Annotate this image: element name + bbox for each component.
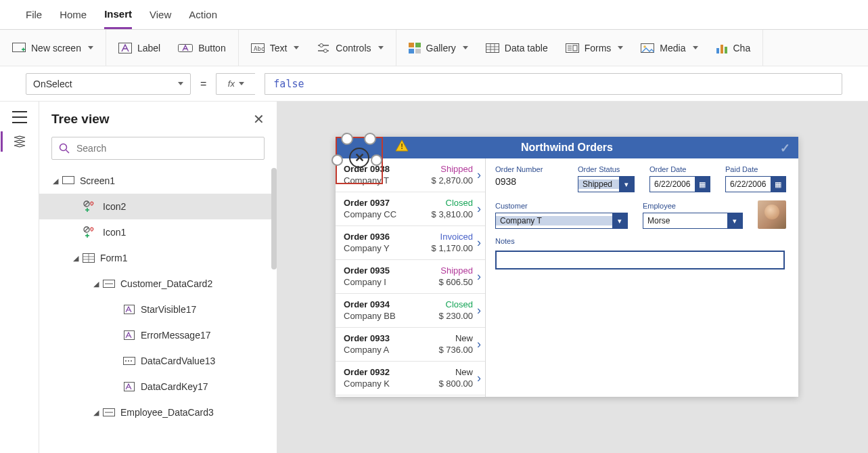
design-canvas[interactable]: Northwind Orders ✓ Order 0938ShippedComp… <box>277 102 868 453</box>
chevron-right-icon: › <box>477 371 481 385</box>
calendar-icon: ▦ <box>771 177 785 192</box>
order-row[interactable]: Order 0938ShippedCompany T$ 2,870.00› <box>336 158 485 192</box>
svg-rect-16 <box>716 48 719 53</box>
menu-action[interactable]: Action <box>189 0 217 29</box>
formula-input[interactable]: false <box>265 73 842 95</box>
tree-node-errormessage[interactable]: ErrorMessage17 <box>39 322 277 348</box>
order-number: Order 0937 <box>344 198 390 209</box>
svg-point-29 <box>128 360 129 362</box>
menu-file[interactable]: File <box>26 0 42 29</box>
employee-avatar <box>758 200 786 229</box>
chevron-right-icon: › <box>477 269 481 284</box>
label-customer: Customer <box>495 202 628 210</box>
paid-date-picker[interactable]: 6/22/2006▦ <box>725 176 786 192</box>
chevron-down-icon <box>294 46 299 49</box>
label-icon <box>118 43 132 53</box>
order-status-dropdown[interactable]: Shipped▾ <box>578 176 635 192</box>
label-paid-date: Paid Date <box>725 165 786 173</box>
order-date-picker[interactable]: 6/22/2006▦ <box>649 176 710 192</box>
close-icon[interactable]: ✕ <box>253 111 265 127</box>
svg-point-5 <box>320 43 323 47</box>
charts-button[interactable]: Cha <box>716 43 751 53</box>
tree-node-employee-card[interactable]: ◢ Employee_DataCard3 <box>39 400 277 425</box>
order-company: Company K <box>344 379 390 389</box>
menu-home[interactable]: Home <box>60 0 87 29</box>
fx-button[interactable]: fx <box>216 73 255 95</box>
customer-dropdown[interactable]: Company T▾ <box>495 213 628 229</box>
svg-text:Abc: Abc <box>254 45 265 52</box>
employee-dropdown[interactable]: Morse▾ <box>643 213 743 229</box>
order-number: Order 0932 <box>344 367 390 378</box>
calendar-icon: ▦ <box>695 177 710 192</box>
label-order-date: Order Date <box>649 165 710 173</box>
menu-view[interactable]: View <box>150 0 171 29</box>
order-row[interactable]: Order 0932NewCompany K$ 800.00› <box>336 362 485 395</box>
warning-icon: ! <box>395 139 409 152</box>
equals-sign: = <box>200 78 206 90</box>
order-row[interactable]: Order 0934ClosedCompany BB$ 230.00› <box>336 294 485 328</box>
order-company: Company BB <box>344 311 396 322</box>
tree-node-datacardvalue[interactable]: DataCardValue13 <box>39 348 277 374</box>
scrollbar[interactable] <box>271 168 277 269</box>
charts-icon <box>716 43 728 53</box>
chevron-down-icon <box>178 82 183 85</box>
chevron-right-icon: › <box>477 303 481 318</box>
search-input[interactable] <box>75 142 257 154</box>
button-button[interactable]: Button <box>178 43 225 53</box>
cancel-add-icon <box>83 226 97 238</box>
checkmark-icon[interactable]: ✓ <box>780 141 790 156</box>
tree-label: Customer_DataCard2 <box>120 278 212 289</box>
tree-node-screen1[interactable]: ◢ Screen1 <box>39 168 277 194</box>
chevron-down-icon <box>463 46 468 49</box>
tree-search[interactable] <box>51 137 265 160</box>
label-button[interactable]: Label <box>118 43 160 53</box>
order-status: Closed <box>446 198 473 209</box>
gallery-button[interactable]: Gallery <box>409 43 468 53</box>
property-selector[interactable]: OnSelect <box>26 73 191 95</box>
order-amount: $ 736.00 <box>438 345 473 355</box>
notes-input[interactable] <box>495 251 785 269</box>
new-screen-button[interactable]: New screen <box>12 43 93 53</box>
hamburger-icon[interactable] <box>12 111 27 123</box>
value-order-number: 0938 <box>495 176 563 187</box>
controls-button[interactable]: Controls <box>317 43 383 53</box>
chevron-right-icon: › <box>477 202 481 216</box>
order-amount: $ 606.50 <box>438 277 473 288</box>
order-detail-form: Order Number 0938 Order Status Shipped▾ … <box>486 158 798 397</box>
tree-node-icon2[interactable]: Icon2 <box>39 194 277 219</box>
orders-gallery[interactable]: Order 0938ShippedCompany T$ 2,870.00›Ord… <box>336 158 486 397</box>
order-company: Company I <box>344 277 386 288</box>
tree-node-starvisible[interactable]: StarVisible17 <box>39 297 277 322</box>
media-button[interactable]: Media <box>641 43 698 53</box>
order-row[interactable]: Order 0935ShippedCompany I$ 606.50› <box>336 260 485 294</box>
chevron-right-icon: › <box>477 337 481 351</box>
tree-node-icon1[interactable]: Icon1 <box>39 219 277 245</box>
order-number: Order 0936 <box>344 232 390 242</box>
tree-view-icon[interactable] <box>13 135 26 151</box>
order-row[interactable]: Order 0937ClosedCompany CC$ 3,810.00› <box>336 192 485 226</box>
order-amount: $ 800.00 <box>438 379 473 389</box>
gallery-label: Gallery <box>426 43 456 53</box>
order-row[interactable]: Order 0933NewCompany A$ 736.00› <box>336 328 485 362</box>
forms-button[interactable]: Forms <box>566 43 624 53</box>
formula-bar: OnSelect = fx false <box>0 66 868 102</box>
chevron-down-icon <box>378 46 384 49</box>
label-order-number: Order Number <box>495 165 563 173</box>
svg-rect-20 <box>63 177 74 184</box>
chevron-down-icon <box>88 46 93 49</box>
svg-point-30 <box>131 360 132 362</box>
svg-rect-11 <box>486 43 499 52</box>
order-company: Company CC <box>344 209 396 220</box>
menu-insert[interactable]: Insert <box>104 0 132 29</box>
label-employee: Employee <box>643 202 743 210</box>
order-row[interactable]: Order 0936InvoicedCompany Y$ 1,170.00› <box>336 226 485 260</box>
chevron-down-icon: ▾ <box>727 213 742 228</box>
tree-body: ◢ Screen1 Icon2 Icon1 ◢ <box>39 168 277 453</box>
tree-node-datacardkey[interactable]: DataCardKey17 <box>39 374 277 400</box>
text-button[interactable]: Abc Text <box>251 43 300 53</box>
tree-node-customer-card[interactable]: ◢ Customer_DataCard2 <box>39 271 277 297</box>
data-table-icon <box>486 43 499 53</box>
tree-node-form1[interactable]: ◢ Form1 <box>39 245 277 271</box>
data-table-button[interactable]: Data table <box>486 43 548 53</box>
controls-icon <box>317 43 330 53</box>
